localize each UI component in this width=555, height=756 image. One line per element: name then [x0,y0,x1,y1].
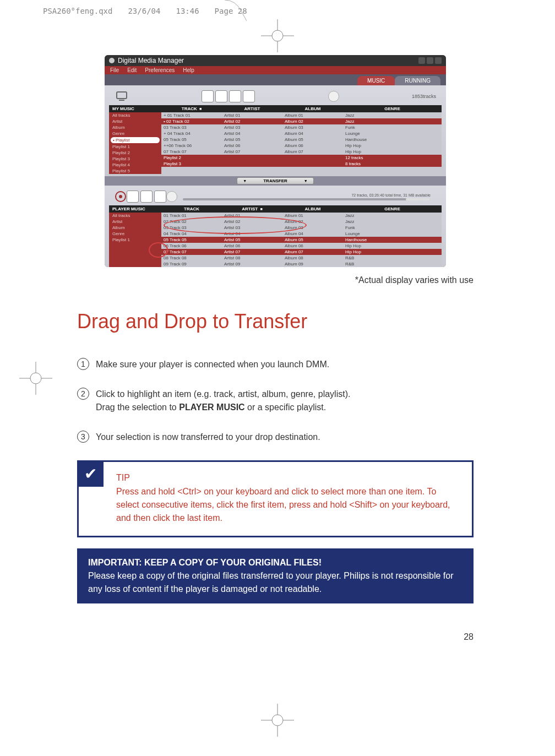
sidebar-item[interactable]: Playlist 1 [109,237,161,243]
cell-album: Album 03 [282,124,343,130]
print-header: PSA260°feng.qxd 23/6/04 13:46 Page 28 [43,7,252,15]
cell-album: Album 02 [282,118,343,124]
sidebar-item[interactable]: Playlist 2 [109,150,161,156]
table-row[interactable]: • 02 Track 02Artist 02Album 02Jazz [161,118,442,124]
tab-running[interactable]: RUNNING [395,76,440,85]
col-artist[interactable]: ARTIST [222,105,282,112]
cell-track: 06 Track 06 [161,243,222,249]
menu-help[interactable]: Help [183,67,194,73]
status-text: 72 tracks, 03:26:40 total time, 31 MB av… [177,193,436,198]
cell-artist: Artist 01 [222,112,282,118]
menu-file[interactable]: File [110,67,119,73]
cell-genre: Jazz [343,213,442,219]
col-genre[interactable]: GENRE [343,105,442,112]
app-icon [109,58,115,63]
col-track[interactable]: TRACK [161,205,222,213]
mode-tabs: MUSIC RUNNING [105,74,446,85]
cell-track: ++06 Track 06 [161,143,222,149]
search-icon[interactable] [166,191,177,202]
minimize-button[interactable] [418,57,425,64]
table-row[interactable]: 07 Track 07Artist 07Album 07Hip Hop [161,249,442,255]
my-music-sidebar: MY MUSIC All tracksArtistAlbumGenre• Pla… [109,105,161,174]
toolbar-btn[interactable] [154,191,166,203]
sidebar-item[interactable]: Playlist 5 [109,168,161,174]
sidebar-item[interactable]: Playlist 3 [109,156,161,162]
table-row[interactable]: 05 Track 05Artist 05Album 05Hardhouse [161,137,442,143]
menu-preferences[interactable]: Preferences [145,67,175,73]
toolbar-icons-2 [127,191,166,203]
toolbar-btn[interactable] [140,191,153,203]
col-artist[interactable]: ARTIST ■ [222,205,282,213]
maximize-button[interactable] [427,57,433,64]
cell-album: Album 09 [282,261,343,267]
player-music-header: PLAYER MUSIC [109,205,161,213]
toolbar-btn-1[interactable] [202,90,214,102]
cell-track: 09 Track 09 [161,261,222,267]
step-number: 1 [77,358,89,370]
cell-track: • 02 Track 02 [161,118,222,124]
toolbar-btn[interactable] [127,191,139,203]
step-number: 3 [77,431,89,443]
highlight-oval2 [149,242,168,258]
print-time: 13:46 [176,7,199,15]
sidebar-item[interactable]: Genre [109,130,161,137]
col-track[interactable]: TRACK ■ [161,105,222,112]
table-row[interactable]: 09 Track 09Artist 09Album 09R&B [161,261,442,267]
col-album[interactable]: ALBUM [282,105,343,112]
transfer-button[interactable]: ▼ TRANSFER ▼ [237,177,313,184]
table-row[interactable]: Playlist 38 tracks [161,161,442,167]
sidebar-item[interactable]: Artist [109,219,161,225]
sidebar-item[interactable]: Album [109,225,161,231]
table-row[interactable]: 06 Track 06Artist 06Album 06Hip Hop [161,243,442,249]
sidebar-item[interactable]: Album [109,124,161,130]
player-music-table: TRACK ARTIST ■ ALBUM GENRE 01 Track 01Ar… [161,205,442,267]
table-row[interactable]: + 04 Track 04Artist 04Album 04Lounge [161,130,442,137]
sidebar-item[interactable]: Playlist 1 [109,144,161,150]
close-button[interactable] [435,57,442,64]
tab-music[interactable]: MUSIC [357,76,395,85]
step-text: Click to highlight an item (e.g. track, … [96,388,350,414]
cell-track: 05 Track 05 [161,237,222,243]
col-album[interactable]: ALBUM [282,205,343,213]
important-text: Please keep a copy of the original files… [88,569,463,596]
table-row[interactable]: + 01 Track 01Artist 01Album 01Jazz [161,112,442,118]
sidebar-item[interactable]: • Playlist [111,137,160,143]
table-row[interactable]: Playlist 212 tracks [161,155,442,161]
cell-genre: Hip Hop [343,243,442,249]
window-titlebar: Digital Media Manager [105,55,446,66]
cell-artist: Artist 04 [222,130,282,137]
sidebar-item[interactable]: Playlist 4 [109,162,161,168]
triangle-down-icon: ▼ [304,179,308,183]
sidebar-item[interactable]: All tracks [109,112,161,118]
sidebar-item[interactable]: Artist [109,118,161,124]
toolbar-icons [202,90,255,102]
step-1: 1 Make sure your player is connected whe… [77,358,474,371]
table-row[interactable]: ++06 Track 06Artist 06Album 06Hip Hop [161,143,442,149]
cell-genre: Hardhouse [343,137,442,143]
col-genre[interactable]: GENRE [343,205,442,213]
cell-album: Album 04 [282,130,343,137]
table-row[interactable]: 05 Track 05Artist 05Album 05Hardhouse [161,237,442,243]
table-row[interactable]: 07 Track 07Artist 07Album 07Hip Hop [161,149,442,155]
menu-edit[interactable]: Edit [127,67,137,73]
cell-album: Album 07 [282,149,343,155]
cell-album: Album 05 [282,137,343,143]
tip-text: Press and hold <Ctrl> on your keyboard a… [116,485,461,525]
cell-artist: Artist 05 [222,237,282,243]
cell-genre: Lounge [343,231,442,237]
storage-bar [183,198,431,200]
important-box: IMPORTANT: KEEP A COPY OF YOUR ORIGINAL … [77,548,474,603]
toolbar-btn-3[interactable] [229,90,241,102]
table-row[interactable]: 03 Track 03Artist 03Album 03Funk [161,124,442,130]
cell-album: Album 06 [282,243,343,249]
track-count: 1853tracks [412,94,436,99]
sidebar-item[interactable]: Genre [109,231,161,237]
table-row[interactable]: 08 Track 08Artist 08Album 08R&B [161,255,442,261]
search-icon[interactable] [328,91,339,102]
transfer-label: TRANSFER [263,178,287,183]
toolbar-btn-4[interactable] [243,90,255,102]
important-title: IMPORTANT: KEEP A COPY OF YOUR ORIGINAL … [88,556,463,569]
cell-artist [222,155,282,161]
sidebar-item[interactable]: All tracks [109,213,161,219]
toolbar-btn-2[interactable] [215,90,227,102]
